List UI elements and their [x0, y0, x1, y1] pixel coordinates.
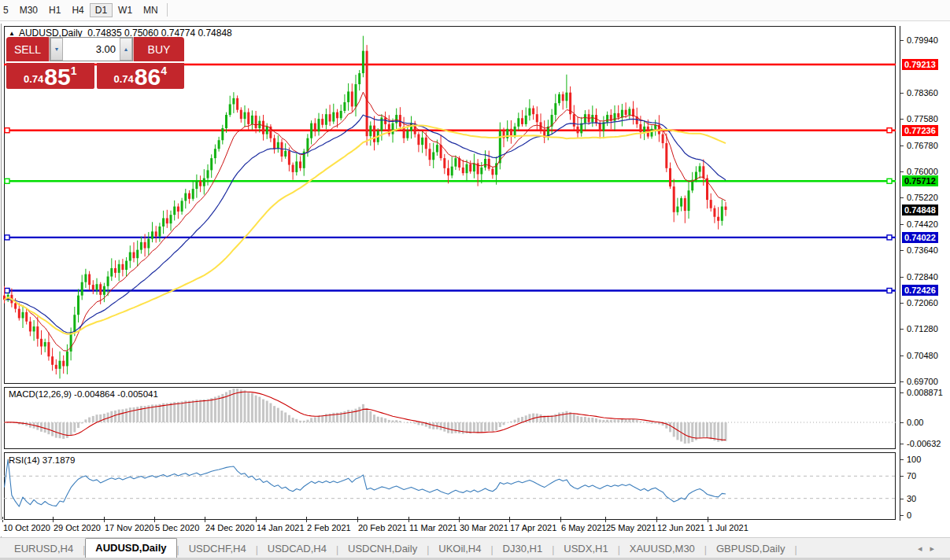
- date-label: 1 Jul 2021: [708, 523, 749, 532]
- date-tick: [605, 520, 606, 522]
- date-axis[interactable]: 10 Oct 202029 Oct 202017 Nov 20205 Dec 2…: [0, 520, 900, 536]
- rsi-axis-label: 100: [907, 455, 921, 465]
- price-tick-label: 0.72840: [907, 272, 938, 282]
- date-label: 20 Feb 2021: [358, 523, 407, 532]
- price-tick-label: 0.79940: [907, 35, 938, 46]
- axis-tick: [900, 356, 904, 356]
- sell-price-pip: 1: [71, 64, 77, 77]
- price-tick-label: 0.69700: [907, 377, 938, 387]
- axis-tick: [900, 93, 904, 94]
- sell-price-big: 85: [44, 67, 70, 87]
- axis-tick: [900, 197, 904, 198]
- collapse-arrow-icon[interactable]: ▲: [9, 30, 15, 37]
- buy-button[interactable]: BUY: [133, 37, 184, 61]
- tf-button-H1[interactable]: H1: [43, 3, 66, 17]
- date-tick: [708, 520, 708, 522]
- volume-input[interactable]: 3.00: [63, 38, 120, 61]
- tf-button-MN[interactable]: MN: [138, 3, 164, 17]
- buy-price-big: 86: [135, 67, 161, 87]
- date-label: 30 Mar 2021: [460, 523, 508, 532]
- buy-price-prefix: 0.74: [114, 73, 134, 85]
- axis-tick: [900, 329, 904, 330]
- date-label: 17 Nov 2020: [105, 523, 153, 532]
- date-label: 11 Mar 2021: [409, 523, 457, 532]
- macd-axis-zero: 0.00: [907, 418, 923, 428]
- axis-tick: [900, 224, 904, 225]
- tf-button-M30[interactable]: M30: [14, 3, 43, 17]
- rsi-axis-label: 30: [907, 494, 916, 504]
- tf-button-H4[interactable]: H4: [66, 3, 89, 17]
- date-label: 10 Oct 2020: [3, 523, 50, 532]
- axis-tick: [900, 277, 904, 278]
- tab-audusd-daily[interactable]: AUDUSD,Daily: [85, 538, 176, 558]
- tab-usdchf-h4[interactable]: USDCHF,H4: [179, 540, 256, 558]
- date-label: 2 Feb 2021: [307, 523, 351, 532]
- axis-tick: [900, 119, 904, 120]
- toolbar-separator: [167, 3, 168, 17]
- macd-axis-min: -0.00632: [907, 439, 941, 449]
- date-label: 29 Oct 2020: [54, 523, 101, 532]
- sell-price[interactable]: 0.74 85 1: [6, 63, 94, 89]
- rsi-title: RSI(14): [9, 455, 40, 465]
- price-axis[interactable]: 0.799400.783600.775800.767800.760000.752…: [900, 26, 950, 521]
- buy-price[interactable]: 0.74 86 4: [97, 63, 185, 89]
- axis-tick: [900, 146, 904, 146]
- rsi-axis-label: 70: [907, 471, 916, 481]
- date-tick: [53, 520, 54, 522]
- axis-tick: [900, 392, 904, 393]
- tab-gbpusd-daily[interactable]: GBPUSD,Daily: [707, 540, 794, 558]
- tab-usdcad-h4[interactable]: USDCAD,H4: [258, 540, 336, 558]
- date-tick: [256, 520, 257, 522]
- tab-scroll-left-icon[interactable]: ◂: [918, 543, 930, 553]
- tab-xauusd-m30[interactable]: XAUUSD,M30: [620, 540, 704, 558]
- volume-spinner: ▼ 3.00 ▲: [50, 37, 133, 61]
- tf-button-D1[interactable]: D1: [90, 3, 113, 17]
- tf-button-5[interactable]: 5: [0, 3, 14, 17]
- date-label: 12 Jun 2021: [657, 523, 705, 532]
- date-tick: [205, 520, 205, 522]
- timeframe-toolbar: 5M30H1H4D1W1MN: [0, 0, 950, 21]
- axis-tick: [900, 499, 904, 499]
- date-tick: [306, 520, 307, 522]
- tab-eurusd-h4[interactable]: EURUSD,H4: [5, 540, 83, 558]
- line-price-label: 0.75712: [902, 175, 938, 186]
- tab-separator: |: [794, 544, 797, 558]
- tab-usdx-h1[interactable]: USDX,H1: [554, 540, 617, 558]
- axis-tick: [900, 476, 904, 477]
- axis-tick: [900, 381, 904, 382]
- line-price-label: 0.79213: [902, 59, 938, 70]
- axis-tick: [900, 303, 904, 304]
- date-tick: [357, 520, 358, 522]
- price-tick-label: 0.70480: [907, 351, 938, 361]
- date-tick: [509, 520, 510, 522]
- date-label: 6 May 2021: [561, 523, 606, 532]
- tf-button-W1[interactable]: W1: [113, 3, 138, 17]
- tab-scroll-arrows: ◂▸: [918, 543, 942, 554]
- macd-label: MACD(12,26,9) -0.004864 -0.005041: [9, 389, 158, 399]
- rsi-axis-label: 0: [907, 510, 911, 521]
- volume-down-icon[interactable]: ▼: [50, 38, 63, 61]
- tab-dj30-h1[interactable]: DJ30,H1: [493, 540, 553, 558]
- rsi-value: 37.1879: [43, 455, 76, 465]
- tab-ukoil-h4[interactable]: UKOil,H4: [429, 540, 490, 558]
- axis-tick: [900, 40, 904, 41]
- macd-title: MACD(12,26,9): [9, 389, 72, 399]
- date-tick: [104, 520, 105, 522]
- axis-tick: [900, 250, 904, 251]
- sell-button[interactable]: SELL: [6, 37, 50, 61]
- buy-price-pip: 4: [161, 64, 167, 77]
- date-tick: [560, 520, 561, 522]
- price-tick-label: 0.73640: [907, 245, 938, 256]
- line-price-label: 0.77236: [902, 125, 938, 136]
- tab-usdcnh-daily[interactable]: USDCNH,Daily: [338, 540, 427, 558]
- date-label: 5 Dec 2020: [155, 523, 199, 532]
- date-tick: [2, 520, 3, 522]
- chart-canvas[interactable]: [0, 26, 900, 521]
- macd-values: -0.004864 -0.005041: [74, 389, 158, 399]
- price-tick-label: 0.77580: [907, 114, 938, 124]
- date-label: 17 Apr 2021: [510, 523, 556, 532]
- macd-axis-max: 0.008871: [907, 388, 943, 398]
- sell-price-prefix: 0.74: [24, 73, 43, 85]
- tab-scroll-right-icon[interactable]: ▸: [930, 543, 942, 553]
- volume-up-icon[interactable]: ▲: [120, 38, 132, 61]
